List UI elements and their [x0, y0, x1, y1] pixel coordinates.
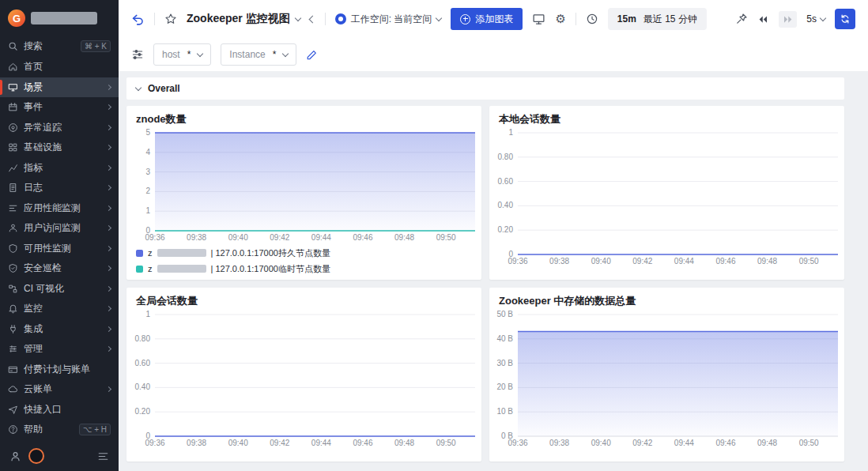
forward-icon[interactable]: [779, 11, 797, 28]
chevron-down-icon: [820, 14, 826, 21]
view-title-dropdown[interactable]: Zookeeper 监控视图: [187, 12, 300, 26]
sidebar-item-quick-entry[interactable]: 快捷入口: [0, 400, 119, 420]
main-area: Zookeeper 监控视图 工作空间: 当前空间 添加图表 ⚙: [119, 0, 868, 471]
sidebar-item-manage[interactable]: 管理: [0, 339, 119, 360]
refresh-interval-selector[interactable]: 5s: [806, 13, 825, 24]
sidebar-item-home[interactable]: 首页: [0, 57, 119, 77]
sidebar-item-billing[interactable]: 付费计划与账单: [0, 360, 119, 380]
collapse-sidebar-icon[interactable]: [97, 450, 109, 462]
chevron-right-icon: [106, 386, 111, 392]
legend-swatch: [136, 250, 143, 257]
brand-logo-icon: G: [8, 9, 25, 27]
add-chart-button[interactable]: 添加图表: [451, 8, 523, 30]
refresh-button[interactable]: [835, 9, 855, 29]
edit-pencil-icon[interactable]: [306, 49, 318, 61]
refresh-interval-value: 5s: [806, 13, 817, 24]
security-icon: [8, 263, 18, 273]
chevron-down-icon: [436, 14, 442, 21]
chart-plot[interactable]: 01234509:3609:3809:4009:4209:4409:4609:4…: [126, 128, 481, 243]
host-filter-label: host: [162, 49, 180, 60]
svg-text:09:48: 09:48: [757, 257, 777, 266]
sidebar-nav: 首页场景事件异常追踪基础设施指标日志应用性能监测用户访问监测可用性监测安全巡检C…: [0, 57, 119, 440]
svg-text:09:50: 09:50: [436, 439, 456, 447]
undo-icon[interactable]: [131, 13, 145, 26]
svg-text:20 B: 20 B: [496, 382, 513, 391]
legend-item[interactable]: z| 127.0.0.1:17000持久节点数量: [136, 245, 472, 261]
svg-text:09:48: 09:48: [394, 233, 414, 242]
home-icon: [8, 62, 18, 72]
time-range-short: 15m: [617, 13, 636, 24]
sidebar-item-scene[interactable]: 场景: [0, 77, 119, 98]
chevron-right-icon: [106, 104, 111, 110]
sidebar-item-metric[interactable]: 指标: [0, 158, 119, 179]
sidebar-item-help[interactable]: 帮助⌥ + H: [0, 420, 119, 440]
metric-icon: [8, 163, 18, 173]
user-avatar[interactable]: [28, 448, 44, 464]
sidebar-item-label: 场景: [24, 81, 101, 94]
section-title: Overall: [148, 83, 180, 94]
chart-plot[interactable]: 00.200.400.600.80109:3609:3809:4009:4209…: [126, 310, 481, 449]
chart-panel-local-sessions[interactable]: 本地会话数量 00.200.400.600.80109:3609:3809:40…: [489, 106, 844, 280]
sidebar-item-apm[interactable]: 应用性能监测: [0, 198, 119, 219]
sidebar-search[interactable]: 搜索 ⌘ + K: [0, 35, 119, 57]
filter-icon[interactable]: [131, 48, 144, 61]
sidebar-item-event[interactable]: 事件: [0, 97, 119, 118]
svg-text:0.20: 0.20: [498, 225, 514, 234]
svg-text:09:40: 09:40: [591, 257, 611, 266]
divider: [576, 13, 576, 25]
sidebar-item-security[interactable]: 安全巡检: [0, 258, 119, 279]
sidebar-item-cloud-billing[interactable]: 云账单: [0, 379, 119, 400]
svg-text:09:46: 09:46: [715, 257, 735, 266]
chevron-right-icon: [106, 306, 111, 311]
history-icon[interactable]: [586, 13, 598, 25]
sidebar-item-trace[interactable]: 异常追踪: [0, 118, 119, 138]
user-profile-icon[interactable]: [9, 450, 21, 462]
rewind-icon[interactable]: [757, 13, 769, 25]
scene-icon: [8, 82, 18, 92]
sidebar-item-label: 日志: [24, 181, 101, 194]
availability-icon: [8, 243, 18, 254]
sidebar-item-availability[interactable]: 可用性监测: [0, 239, 119, 259]
chevron-right-icon: [106, 145, 111, 150]
sidebar-item-monitor[interactable]: 监控: [0, 299, 119, 319]
sidebar-item-integration[interactable]: 集成: [0, 319, 119, 340]
manage-icon: [8, 344, 18, 354]
chart-plot[interactable]: 00.200.400.600.80109:3609:3809:4009:4209…: [489, 128, 844, 267]
section-overall-header[interactable]: Overall: [126, 77, 844, 100]
host-filter-select[interactable]: host *: [153, 43, 211, 66]
sidebar-item-label: 付费计划与账单: [24, 363, 111, 376]
legend-item[interactable]: z| 127.0.0.1:17000临时节点数量: [136, 261, 472, 277]
svg-text:09:50: 09:50: [799, 257, 819, 266]
chart-panel-znode-count[interactable]: znode数量 01234509:3609:3809:4009:4209:440…: [126, 106, 481, 280]
svg-text:0.40: 0.40: [135, 382, 151, 391]
settings-gear-icon[interactable]: ⚙: [555, 13, 565, 25]
fullscreen-monitor-icon[interactable]: [532, 13, 545, 26]
chart-plot[interactable]: 0 B10 B20 B30 B40 B50 B09:3609:3809:4009…: [489, 310, 844, 449]
apm-icon: [8, 203, 18, 213]
sidebar-item-infra[interactable]: 基础设施: [0, 138, 119, 158]
time-range-selector[interactable]: 15m 最近 15 分钟: [608, 8, 707, 30]
pin-icon[interactable]: [735, 13, 748, 25]
svg-text:4: 4: [145, 148, 150, 156]
chart-panel-data-size[interactable]: Zookeeper 中存储的数据总量 0 B10 B20 B30 B40 B50…: [489, 288, 844, 462]
sidebar-item-label: 指标: [24, 161, 101, 175]
chevron-right-icon: [106, 225, 111, 231]
brand-logo-row[interactable]: G: [0, 0, 119, 35]
star-favorite-icon[interactable]: [164, 13, 177, 25]
rum-icon: [8, 223, 18, 233]
event-icon: [8, 102, 18, 112]
chart-panel-global-sessions[interactable]: 全局会话数量 00.200.400.600.80109:3609:3809:40…: [126, 288, 481, 462]
sidebar-item-rum[interactable]: 用户访问监测: [0, 218, 119, 239]
workspace-selector[interactable]: 工作空间: 当前空间: [335, 13, 442, 26]
chevron-left-icon[interactable]: [308, 15, 316, 23]
svg-text:0.80: 0.80: [498, 153, 514, 161]
sidebar-item-ci[interactable]: CI 可视化: [0, 279, 119, 300]
svg-text:50 B: 50 B: [496, 310, 513, 318]
svg-text:09:50: 09:50: [436, 233, 456, 242]
sidebar-item-label: 可用性监测: [24, 242, 101, 255]
sidebar-item-log[interactable]: 日志: [0, 178, 119, 198]
svg-text:0.40: 0.40: [498, 201, 514, 209]
svg-text:09:42: 09:42: [632, 439, 652, 447]
svg-text:1: 1: [145, 310, 150, 318]
instance-filter-select[interactable]: Instance *: [221, 43, 296, 66]
